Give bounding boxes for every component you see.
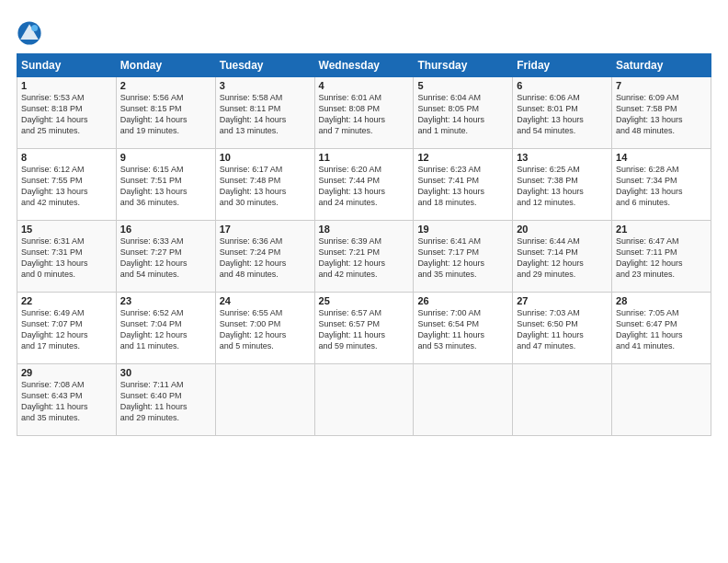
day-cell bbox=[414, 364, 513, 436]
week-row-1: 1Sunrise: 5:53 AM Sunset: 8:18 PM Daylig… bbox=[17, 77, 711, 149]
day-cell: 13Sunrise: 6:25 AM Sunset: 7:38 PM Dayli… bbox=[513, 149, 612, 221]
day-info: Sunrise: 7:05 AM Sunset: 6:47 PM Dayligh… bbox=[616, 307, 707, 352]
col-header-wednesday: Wednesday bbox=[314, 54, 414, 77]
day-number: 3 bbox=[220, 80, 311, 91]
day-number: 17 bbox=[220, 224, 311, 235]
day-info: Sunrise: 6:33 AM Sunset: 7:27 PM Dayligh… bbox=[120, 236, 211, 281]
day-cell: 7Sunrise: 6:09 AM Sunset: 7:58 PM Daylig… bbox=[612, 77, 711, 149]
day-number: 1 bbox=[21, 80, 112, 91]
day-number: 7 bbox=[616, 80, 707, 91]
day-cell: 23Sunrise: 6:52 AM Sunset: 7:04 PM Dayli… bbox=[116, 293, 215, 364]
day-cell: 20Sunrise: 6:44 AM Sunset: 7:14 PM Dayli… bbox=[513, 221, 612, 293]
day-cell: 4Sunrise: 6:01 AM Sunset: 8:08 PM Daylig… bbox=[314, 77, 414, 149]
day-info: Sunrise: 6:49 AM Sunset: 7:07 PM Dayligh… bbox=[21, 307, 112, 352]
day-cell: 24Sunrise: 6:55 AM Sunset: 7:00 PM Dayli… bbox=[215, 293, 314, 364]
day-number: 16 bbox=[120, 224, 211, 235]
day-info: Sunrise: 6:04 AM Sunset: 8:05 PM Dayligh… bbox=[417, 92, 508, 137]
day-number: 11 bbox=[319, 152, 410, 163]
day-info: Sunrise: 6:25 AM Sunset: 7:38 PM Dayligh… bbox=[517, 164, 608, 209]
day-info: Sunrise: 5:58 AM Sunset: 8:11 PM Dayligh… bbox=[220, 92, 311, 137]
day-cell: 12Sunrise: 6:23 AM Sunset: 7:41 PM Dayli… bbox=[414, 149, 513, 221]
day-cell: 28Sunrise: 7:05 AM Sunset: 6:47 PM Dayli… bbox=[612, 293, 711, 364]
day-number: 28 bbox=[616, 295, 707, 306]
day-info: Sunrise: 5:56 AM Sunset: 8:15 PM Dayligh… bbox=[120, 92, 211, 137]
day-cell: 6Sunrise: 6:06 AM Sunset: 8:01 PM Daylig… bbox=[513, 77, 612, 149]
col-header-sunday: Sunday bbox=[17, 54, 117, 77]
day-number: 12 bbox=[417, 152, 508, 163]
day-number: 8 bbox=[21, 152, 112, 163]
day-info: Sunrise: 6:44 AM Sunset: 7:14 PM Dayligh… bbox=[517, 236, 608, 281]
day-cell: 14Sunrise: 6:28 AM Sunset: 7:34 PM Dayli… bbox=[612, 149, 711, 221]
calendar-page: SundayMondayTuesdayWednesdayThursdayFrid… bbox=[0, 0, 728, 563]
day-cell: 9Sunrise: 6:15 AM Sunset: 7:51 PM Daylig… bbox=[116, 149, 215, 221]
col-header-friday: Friday bbox=[513, 54, 612, 77]
day-cell: 17Sunrise: 6:36 AM Sunset: 7:24 PM Dayli… bbox=[215, 221, 314, 293]
logo bbox=[17, 20, 46, 46]
day-info: Sunrise: 6:15 AM Sunset: 7:51 PM Dayligh… bbox=[120, 164, 211, 209]
week-row-3: 15Sunrise: 6:31 AM Sunset: 7:31 PM Dayli… bbox=[17, 221, 711, 293]
week-row-2: 8Sunrise: 6:12 AM Sunset: 7:55 PM Daylig… bbox=[17, 149, 711, 221]
day-cell: 27Sunrise: 7:03 AM Sunset: 6:50 PM Dayli… bbox=[513, 293, 612, 364]
day-cell: 11Sunrise: 6:20 AM Sunset: 7:44 PM Dayli… bbox=[314, 149, 414, 221]
header bbox=[17, 17, 711, 46]
day-info: Sunrise: 6:36 AM Sunset: 7:24 PM Dayligh… bbox=[220, 236, 311, 281]
day-number: 9 bbox=[120, 152, 211, 163]
day-number: 29 bbox=[21, 367, 112, 378]
day-info: Sunrise: 6:47 AM Sunset: 7:11 PM Dayligh… bbox=[616, 236, 707, 281]
day-info: Sunrise: 6:23 AM Sunset: 7:41 PM Dayligh… bbox=[417, 164, 508, 209]
day-number: 22 bbox=[21, 295, 112, 306]
day-info: Sunrise: 6:09 AM Sunset: 7:58 PM Dayligh… bbox=[616, 92, 707, 137]
day-number: 13 bbox=[517, 152, 608, 163]
day-cell: 5Sunrise: 6:04 AM Sunset: 8:05 PM Daylig… bbox=[414, 77, 513, 149]
day-info: Sunrise: 6:28 AM Sunset: 7:34 PM Dayligh… bbox=[616, 164, 707, 209]
day-number: 4 bbox=[319, 80, 410, 91]
day-cell: 2Sunrise: 5:56 AM Sunset: 8:15 PM Daylig… bbox=[116, 77, 215, 149]
day-info: Sunrise: 6:55 AM Sunset: 7:00 PM Dayligh… bbox=[220, 307, 311, 352]
day-info: Sunrise: 6:06 AM Sunset: 8:01 PM Dayligh… bbox=[517, 92, 608, 137]
day-info: Sunrise: 7:00 AM Sunset: 6:54 PM Dayligh… bbox=[417, 307, 508, 352]
day-cell bbox=[314, 364, 414, 436]
day-info: Sunrise: 6:31 AM Sunset: 7:31 PM Dayligh… bbox=[21, 236, 112, 281]
logo-icon bbox=[17, 20, 42, 46]
day-cell: 1Sunrise: 5:53 AM Sunset: 8:18 PM Daylig… bbox=[17, 77, 117, 149]
day-info: Sunrise: 5:53 AM Sunset: 8:18 PM Dayligh… bbox=[21, 92, 112, 137]
day-number: 19 bbox=[417, 224, 508, 235]
day-number: 20 bbox=[517, 224, 608, 235]
day-cell: 29Sunrise: 7:08 AM Sunset: 6:43 PM Dayli… bbox=[17, 364, 117, 436]
day-number: 26 bbox=[417, 295, 508, 306]
day-cell: 16Sunrise: 6:33 AM Sunset: 7:27 PM Dayli… bbox=[116, 221, 215, 293]
col-header-thursday: Thursday bbox=[414, 54, 513, 77]
svg-point-2 bbox=[31, 25, 38, 31]
day-info: Sunrise: 6:41 AM Sunset: 7:17 PM Dayligh… bbox=[417, 236, 508, 281]
day-number: 10 bbox=[220, 152, 311, 163]
day-number: 21 bbox=[616, 224, 707, 235]
day-info: Sunrise: 6:52 AM Sunset: 7:04 PM Dayligh… bbox=[120, 307, 211, 352]
week-row-5: 29Sunrise: 7:08 AM Sunset: 6:43 PM Dayli… bbox=[17, 364, 711, 436]
day-cell: 18Sunrise: 6:39 AM Sunset: 7:21 PM Dayli… bbox=[314, 221, 414, 293]
day-cell: 19Sunrise: 6:41 AM Sunset: 7:17 PM Dayli… bbox=[414, 221, 513, 293]
col-header-tuesday: Tuesday bbox=[215, 54, 314, 77]
day-number: 2 bbox=[120, 80, 211, 91]
col-header-saturday: Saturday bbox=[612, 54, 711, 77]
col-header-monday: Monday bbox=[116, 54, 215, 77]
day-number: 27 bbox=[517, 295, 608, 306]
day-cell: 8Sunrise: 6:12 AM Sunset: 7:55 PM Daylig… bbox=[17, 149, 117, 221]
header-row: SundayMondayTuesdayWednesdayThursdayFrid… bbox=[17, 54, 711, 77]
day-cell: 30Sunrise: 7:11 AM Sunset: 6:40 PM Dayli… bbox=[116, 364, 215, 436]
day-number: 18 bbox=[319, 224, 410, 235]
day-number: 30 bbox=[120, 367, 211, 378]
day-number: 6 bbox=[517, 80, 608, 91]
day-cell: 15Sunrise: 6:31 AM Sunset: 7:31 PM Dayli… bbox=[17, 221, 117, 293]
day-number: 5 bbox=[417, 80, 508, 91]
day-cell: 25Sunrise: 6:57 AM Sunset: 6:57 PM Dayli… bbox=[314, 293, 414, 364]
day-number: 15 bbox=[21, 224, 112, 235]
day-number: 24 bbox=[220, 295, 311, 306]
day-number: 14 bbox=[616, 152, 707, 163]
calendar-table: SundayMondayTuesdayWednesdayThursdayFrid… bbox=[17, 53, 711, 436]
day-info: Sunrise: 6:12 AM Sunset: 7:55 PM Dayligh… bbox=[21, 164, 112, 209]
day-cell bbox=[215, 364, 314, 436]
day-cell: 21Sunrise: 6:47 AM Sunset: 7:11 PM Dayli… bbox=[612, 221, 711, 293]
day-info: Sunrise: 6:57 AM Sunset: 6:57 PM Dayligh… bbox=[319, 307, 410, 352]
day-info: Sunrise: 7:08 AM Sunset: 6:43 PM Dayligh… bbox=[21, 379, 112, 424]
day-cell: 26Sunrise: 7:00 AM Sunset: 6:54 PM Dayli… bbox=[414, 293, 513, 364]
